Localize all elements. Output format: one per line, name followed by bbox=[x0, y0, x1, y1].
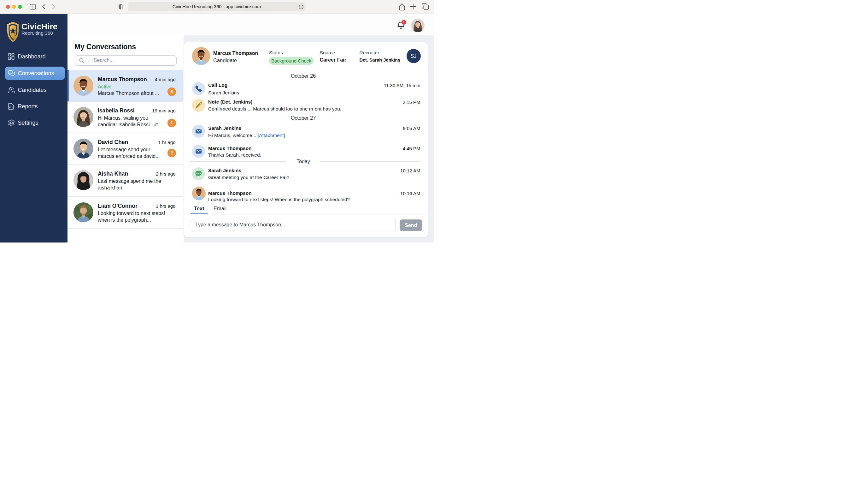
svg-text:SMS: SMS bbox=[196, 172, 201, 175]
